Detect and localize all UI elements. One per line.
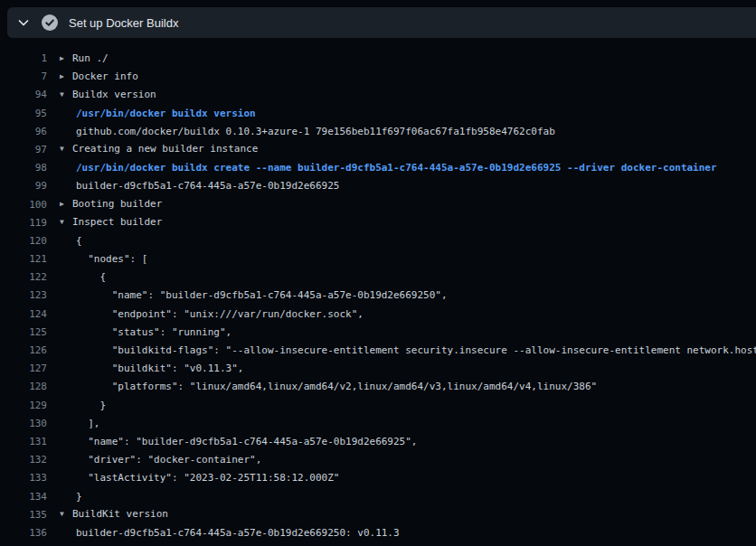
line-number[interactable]: 94 xyxy=(0,86,47,104)
line-number[interactable]: 125 xyxy=(0,324,47,342)
log-line: 129 } xyxy=(0,397,756,415)
log-group-line[interactable]: 94▼Buildx version xyxy=(0,86,756,104)
log-line: 98/usr/bin/docker buildx create --name b… xyxy=(0,159,756,177)
group-title: Creating a new builder instance xyxy=(72,143,258,155)
output-text: "platforms": "linux/amd64,linux/amd64/v2… xyxy=(76,381,597,392)
line-number[interactable]: 129 xyxy=(0,397,47,415)
group-title: Run ./ xyxy=(72,52,109,64)
group-title: Inspect builder xyxy=(72,216,162,228)
output-text: "lastActivity": "2023-02-25T11:58:12.000… xyxy=(76,472,339,484)
collapse-arrow-icon[interactable]: ▼ xyxy=(60,86,72,104)
line-number[interactable]: 128 xyxy=(0,378,47,396)
step-title: Set up Docker Buildx xyxy=(69,16,178,30)
output-text: "name": "builder-d9cfb5a1-c764-445a-a57e… xyxy=(76,289,448,301)
log-line: 120{ xyxy=(0,232,756,250)
log-viewer: 1▶Run ./7▶Docker info94▼Buildx version95… xyxy=(0,50,756,542)
output-text: builder-d9cfb5a1-c764-445a-a57e-0b19d2e6… xyxy=(76,527,400,539)
log-line: 130 ], xyxy=(0,415,756,433)
line-number[interactable]: 132 xyxy=(0,451,47,469)
expand-arrow-icon[interactable]: ▶ xyxy=(60,68,72,86)
group-title: Booting builder xyxy=(72,198,162,210)
output-text: "buildkitd-flags": "--allow-insecure-ent… xyxy=(76,344,756,356)
line-number[interactable]: 131 xyxy=(0,433,47,451)
line-number[interactable]: 120 xyxy=(0,232,47,250)
log-line: 123 "name": "builder-d9cfb5a1-c764-445a-… xyxy=(0,287,756,305)
collapse-arrow-icon[interactable]: ▼ xyxy=(60,140,72,158)
log-line: 99builder-d9cfb5a1-c764-445a-a57e-0b19d2… xyxy=(0,177,756,195)
line-number[interactable]: 1 xyxy=(0,50,47,68)
line-number[interactable]: 133 xyxy=(0,469,47,487)
log-line: 136builder-d9cfb5a1-c764-445a-a57e-0b19d… xyxy=(0,524,756,542)
line-number[interactable]: 124 xyxy=(0,306,47,324)
line-number[interactable]: 126 xyxy=(0,342,47,360)
output-text: { xyxy=(76,271,106,283)
line-number[interactable]: 122 xyxy=(0,268,47,287)
line-number[interactable]: 136 xyxy=(0,524,47,542)
log-line: 133 "lastActivity": "2023-02-25T11:58:12… xyxy=(0,469,756,487)
log-group-line[interactable]: 119▼Inspect builder xyxy=(0,214,756,232)
command-text: /usr/bin/docker buildx create --name bui… xyxy=(76,162,717,174)
log-line: 127 "buildkit": "v0.11.3", xyxy=(0,360,756,378)
log-line: 134} xyxy=(0,488,756,506)
command-text: /usr/bin/docker buildx version xyxy=(76,108,256,119)
expand-arrow-icon[interactable]: ▶ xyxy=(60,195,72,213)
log-line: 121 "nodes": [ xyxy=(0,250,756,268)
output-text: "driver": "docker-container", xyxy=(76,454,261,466)
group-title: Docker info xyxy=(72,71,138,82)
line-number[interactable]: 134 xyxy=(0,488,47,506)
chevron-down-icon[interactable] xyxy=(16,15,31,30)
output-text: "status": "running", xyxy=(76,326,232,338)
line-number[interactable]: 99 xyxy=(0,177,47,195)
line-number[interactable]: 119 xyxy=(0,214,47,232)
line-number[interactable]: 135 xyxy=(0,506,47,524)
line-number[interactable]: 96 xyxy=(0,123,47,141)
output-text: builder-d9cfb5a1-c764-445a-a57e-0b19d2e6… xyxy=(76,180,339,192)
line-number[interactable]: 95 xyxy=(0,105,47,123)
check-circle-icon xyxy=(42,14,58,31)
line-number[interactable]: 97 xyxy=(0,141,47,159)
log-group-line[interactable]: 100▶Booting builder xyxy=(0,196,756,214)
group-title: Buildx version xyxy=(72,89,156,100)
log-line: 131 "name": "builder-d9cfb5a1-c764-445a-… xyxy=(0,433,756,451)
log-line: 125 "status": "running", xyxy=(0,324,756,342)
output-text: } xyxy=(76,400,106,411)
log-line: 128 "platforms": "linux/amd64,linux/amd6… xyxy=(0,378,756,396)
output-text: "nodes": [ xyxy=(76,253,147,265)
log-group-line[interactable]: 135▼BuildKit version xyxy=(0,506,756,524)
line-number[interactable]: 127 xyxy=(0,360,47,378)
log-line: 124 "endpoint": "unix:///var/run/docker.… xyxy=(0,306,756,324)
log-line: 95/usr/bin/docker buildx version xyxy=(0,105,756,123)
output-text: "name": "builder-d9cfb5a1-c764-445a-a57e… xyxy=(76,436,418,447)
output-text: "endpoint": "unix:///var/run/docker.sock… xyxy=(76,308,364,320)
expand-arrow-icon[interactable]: ▶ xyxy=(60,50,72,68)
log-line: 132 "driver": "docker-container", xyxy=(0,451,756,469)
log-line: 96github.com/docker/buildx 0.10.3+azure-… xyxy=(0,123,756,141)
step-header[interactable]: Set up Docker Buildx xyxy=(7,7,756,38)
output-text: "buildkit": "v0.11.3", xyxy=(76,362,243,374)
line-number[interactable]: 130 xyxy=(0,415,47,433)
log-line: 126 "buildkitd-flags": "--allow-insecure… xyxy=(0,342,756,360)
log-group-line[interactable]: 7▶Docker info xyxy=(0,68,756,86)
line-number[interactable]: 123 xyxy=(0,287,47,305)
output-text: github.com/docker/buildx 0.10.3+azure-1 … xyxy=(76,126,555,137)
output-text: ], xyxy=(76,418,100,429)
log-line: 122 { xyxy=(0,268,756,287)
output-text: { xyxy=(76,235,82,247)
line-number[interactable]: 98 xyxy=(0,159,47,177)
line-number[interactable]: 100 xyxy=(0,196,47,214)
log-group-line[interactable]: 1▶Run ./ xyxy=(0,50,756,68)
line-number[interactable]: 7 xyxy=(0,68,47,86)
log-group-line[interactable]: 97▼Creating a new builder instance xyxy=(0,141,756,159)
group-title: BuildKit version xyxy=(72,508,168,520)
line-number[interactable]: 121 xyxy=(0,250,47,268)
collapse-arrow-icon[interactable]: ▼ xyxy=(60,213,72,231)
collapse-arrow-icon[interactable]: ▼ xyxy=(60,505,72,523)
output-text: } xyxy=(76,491,82,503)
